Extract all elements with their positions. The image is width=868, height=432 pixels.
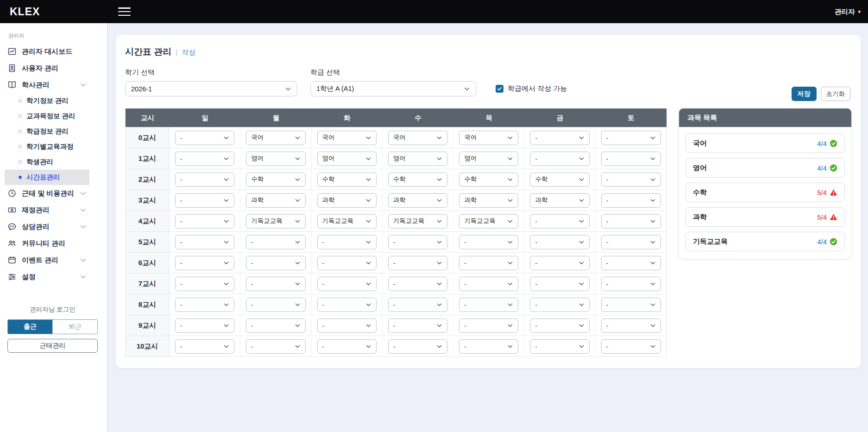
subject-select[interactable]: - [246, 235, 305, 249]
semester-select[interactable]: 2026-1 [125, 81, 297, 96]
subject-select[interactable]: - [388, 256, 447, 270]
sidebar-item[interactable]: 상담관리 [5, 218, 89, 235]
subject-select[interactable]: - [601, 172, 661, 187]
subject-select[interactable]: - [530, 277, 589, 291]
subject-select[interactable]: 국어 [459, 131, 518, 145]
subject-select[interactable]: - [459, 256, 518, 270]
sidebar-item[interactable]: 이벤트 관리 [5, 252, 89, 268]
sidebar-subitem[interactable]: 학기정보 관리 [5, 93, 89, 108]
subject-select[interactable]: - [601, 318, 661, 333]
sidebar-subitem-active[interactable]: 시간표관리 [5, 170, 89, 185]
subject-select[interactable]: - [246, 277, 305, 291]
subject-select[interactable]: 국어 [246, 131, 305, 145]
subject-select[interactable]: - [459, 235, 518, 249]
sidebar-subitem[interactable]: 교과목정보 관리 [5, 108, 89, 124]
reset-button[interactable]: 초기화 [821, 87, 851, 101]
subject-select[interactable]: - [601, 193, 661, 208]
sidebar-item[interactable]: 관리자 대시보드 [5, 43, 89, 60]
user-menu[interactable]: 관리자 ▾ [835, 0, 861, 23]
subject-select[interactable]: - [246, 318, 305, 333]
subject-select[interactable]: - [175, 339, 234, 354]
subject-select[interactable]: - [530, 214, 589, 229]
subject-select[interactable]: 영어 [388, 152, 447, 166]
subject-select[interactable]: 과학 [317, 193, 377, 208]
subject-select[interactable]: - [601, 131, 661, 145]
subject-select[interactable]: 영어 [246, 152, 305, 166]
subject-select[interactable]: - [530, 235, 589, 249]
sidebar-subitem[interactable]: 학급정보 관리 [5, 124, 89, 139]
subject-select[interactable]: - [530, 131, 589, 145]
subject-select[interactable]: 영어 [459, 152, 518, 166]
subject-select[interactable]: - [601, 277, 661, 291]
sidebar-item[interactable]: 재정관리 [5, 202, 89, 218]
subject-select[interactable]: - [317, 277, 377, 291]
class-editable-checkbox[interactable] [496, 85, 503, 93]
subject-select[interactable]: 수학 [246, 172, 305, 187]
subject-select[interactable]: - [601, 256, 661, 270]
class-select[interactable]: 1학년 A (A1) [310, 81, 476, 96]
subject-select[interactable]: 기독교교육 [246, 214, 305, 229]
subject-select[interactable]: 과학 [246, 193, 305, 208]
subject-select[interactable]: 국어 [317, 131, 377, 145]
subject-select[interactable]: - [601, 235, 661, 249]
subject-select[interactable]: 수학 [317, 172, 377, 187]
subject-select[interactable]: 수학 [459, 172, 518, 187]
hamburger-menu-button[interactable] [118, 6, 131, 17]
subject-select[interactable]: 기독교교육 [388, 214, 447, 229]
subject-select[interactable]: - [246, 298, 305, 312]
subject-select[interactable]: - [601, 298, 661, 312]
subject-select[interactable]: - [459, 339, 518, 354]
subject-select[interactable]: 과학 [530, 193, 589, 208]
attendance-management-button[interactable]: 근태관리 [7, 339, 98, 353]
subject-select[interactable]: - [246, 256, 305, 270]
subject-select[interactable]: 수학 [530, 172, 589, 187]
subject-select[interactable]: - [530, 152, 589, 166]
sidebar-item[interactable]: 사용자 관리 [5, 60, 89, 76]
subject-select[interactable]: - [388, 235, 447, 249]
subject-select[interactable]: - [530, 339, 589, 354]
subject-select[interactable]: - [317, 256, 377, 270]
clock-in-button[interactable]: 출근 [8, 320, 52, 334]
subject-select[interactable]: - [317, 298, 377, 312]
sidebar-item[interactable]: 설정 [5, 268, 89, 285]
subject-select[interactable]: - [530, 256, 589, 270]
subject-select[interactable]: - [388, 318, 447, 333]
subject-select[interactable]: - [175, 172, 234, 187]
subject-select[interactable]: - [601, 339, 661, 354]
subject-select[interactable]: - [601, 152, 661, 166]
subject-select[interactable]: - [175, 152, 234, 166]
subject-select[interactable]: - [175, 277, 234, 291]
clock-out-button[interactable]: 퇴근 [52, 320, 97, 334]
subject-select[interactable]: - [175, 235, 234, 249]
subject-select[interactable]: 과학 [388, 193, 447, 208]
subject-select[interactable]: - [459, 318, 518, 333]
subject-select[interactable]: - [317, 339, 377, 354]
subject-select[interactable]: 수학 [388, 172, 447, 187]
subject-select[interactable]: - [317, 318, 377, 333]
subject-select[interactable]: 과학 [459, 193, 518, 208]
subject-select[interactable]: - [601, 214, 661, 229]
subject-select[interactable]: 기독교교육 [459, 214, 518, 229]
sidebar-subitem[interactable]: 학생관리 [5, 154, 89, 170]
subject-select[interactable]: - [459, 298, 518, 312]
sidebar-item[interactable]: 커뮤니티 관리 [5, 235, 89, 252]
subject-select[interactable]: - [388, 277, 447, 291]
sidebar-item[interactable]: 근태 및 비용관리 [5, 185, 89, 202]
subject-select[interactable]: - [246, 339, 305, 354]
subject-select[interactable]: - [459, 277, 518, 291]
subject-select[interactable]: 국어 [388, 131, 447, 145]
subject-select[interactable]: - [175, 131, 234, 145]
subject-select[interactable]: - [175, 193, 234, 208]
sidebar-subitem[interactable]: 학기별교육과정 [5, 139, 89, 154]
subject-select[interactable]: - [175, 318, 234, 333]
class-editable-checkbox-row[interactable]: 학급에서 작성 가능 [496, 84, 567, 93]
subject-select[interactable]: 기독교교육 [317, 214, 377, 229]
sidebar-item[interactable]: 학사관리 [5, 76, 89, 93]
subject-select[interactable]: - [388, 339, 447, 354]
subject-select[interactable]: - [317, 235, 377, 249]
subject-select[interactable]: - [530, 318, 589, 333]
subject-select[interactable]: - [175, 256, 234, 270]
subject-select[interactable]: - [175, 214, 234, 229]
subject-select[interactable]: - [530, 298, 589, 312]
subject-select[interactable]: 영어 [317, 152, 377, 166]
